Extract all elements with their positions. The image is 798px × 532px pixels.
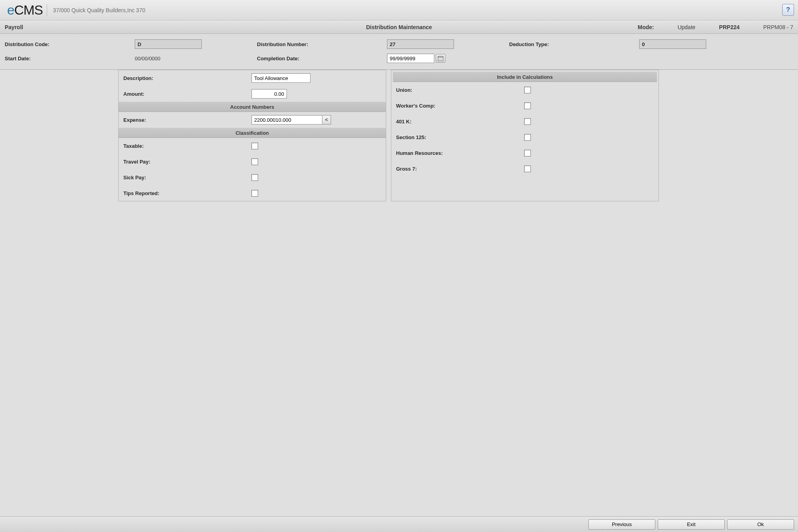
dist-number-field: 27 xyxy=(387,39,454,49)
section125-checkbox[interactable] xyxy=(524,134,531,141)
section125-row: Section 125: xyxy=(391,129,658,145)
travel-pay-label: Travel Pay: xyxy=(123,159,251,165)
section125-label: Section 125: xyxy=(396,134,524,140)
taxable-label: Taxable: xyxy=(123,143,251,149)
start-date-value: 00/00/0000 xyxy=(135,56,160,61)
tips-reported-checkbox[interactable] xyxy=(251,190,258,197)
mode-label: Mode: xyxy=(638,24,654,30)
header-row-1: Distribution Code: D Distribution Number… xyxy=(5,37,793,51)
header-row-2: Start Date: 00/00/0000 Completion Date: xyxy=(5,51,793,65)
topbar: eCMS 37/000 Quick Quality Builders,Inc 3… xyxy=(0,0,798,20)
tips-reported-row: Tips Reported: xyxy=(119,185,386,201)
form-code: PRP224 xyxy=(719,24,740,30)
exit-button[interactable]: Exit xyxy=(658,519,725,530)
start-date-label: Start Date: xyxy=(5,56,135,61)
account-numbers-header: Account Numbers xyxy=(119,102,386,112)
tips-reported-label: Tips Reported: xyxy=(123,190,251,196)
deduction-type-field: 0 xyxy=(639,39,706,49)
header-strip: Distribution Code: D Distribution Number… xyxy=(0,34,798,70)
description-row: Description: xyxy=(119,70,386,86)
union-checkbox[interactable] xyxy=(524,87,531,93)
sick-pay-checkbox[interactable] xyxy=(251,174,258,181)
taxable-row: Taxable: xyxy=(119,138,386,154)
hr-label: Human Resources: xyxy=(396,150,524,156)
help-icon: ? xyxy=(786,6,790,13)
dist-number-label: Distribution Number: xyxy=(257,41,387,47)
workers-comp-label: Worker's Comp: xyxy=(396,103,524,109)
module-name: Payroll xyxy=(5,24,23,30)
logo-suffix: CMS xyxy=(14,2,43,17)
hr-row: Human Resources: xyxy=(391,145,658,161)
calendar-button[interactable] xyxy=(436,54,445,63)
mode-value: Update xyxy=(677,24,695,30)
amount-field[interactable] xyxy=(251,89,287,99)
logo-divider xyxy=(47,4,47,16)
k401-row: 401 K: xyxy=(391,113,658,129)
union-row: Union: xyxy=(391,82,658,98)
k401-label: 401 K: xyxy=(396,119,524,125)
gross7-row: Gross 7: xyxy=(391,161,658,177)
sick-pay-row: Sick Pay: xyxy=(119,169,386,185)
ok-button[interactable]: Ok xyxy=(727,519,794,530)
logo-prefix: e xyxy=(7,2,14,17)
deduction-type-label: Deduction Type: xyxy=(509,41,639,47)
footer: Previous Exit Ok xyxy=(0,516,798,532)
app-logo: eCMS xyxy=(7,2,43,18)
dist-code-label: Distribution Code: xyxy=(5,41,135,47)
expense-row: Expense: < xyxy=(119,112,386,128)
right-panel: Include in Calculations Union: Worker's … xyxy=(391,70,659,201)
expense-label: Expense: xyxy=(123,117,251,123)
k401-checkbox[interactable] xyxy=(524,118,531,125)
svg-rect-1 xyxy=(438,56,443,58)
union-label: Union: xyxy=(396,87,524,93)
workers-comp-checkbox[interactable] xyxy=(524,102,531,109)
expense-lookup-button[interactable]: < xyxy=(322,115,331,125)
description-field[interactable] xyxy=(251,73,311,83)
help-button[interactable]: ? xyxy=(782,4,794,16)
travel-pay-row: Travel Pay: xyxy=(119,154,386,169)
amount-label: Amount: xyxy=(123,91,251,97)
workers-comp-row: Worker's Comp: xyxy=(391,98,658,113)
screen-id: PRPM08 - 7 xyxy=(763,24,793,30)
include-in-calc-header: Include in Calculations xyxy=(393,72,657,82)
sick-pay-label: Sick Pay: xyxy=(123,175,251,180)
travel-pay-checkbox[interactable] xyxy=(251,158,258,165)
left-panel: Description: Amount: Account Numbers Exp… xyxy=(118,70,386,201)
completion-date-field[interactable] xyxy=(387,54,434,63)
modulebar-meta: Mode: Update PRP224 PRPM08 - 7 xyxy=(638,24,793,30)
taxable-checkbox[interactable] xyxy=(251,143,258,149)
expense-field[interactable] xyxy=(251,115,322,125)
description-label: Description: xyxy=(123,75,251,81)
chevron-left-icon: < xyxy=(325,117,328,123)
main-area: Description: Amount: Account Numbers Exp… xyxy=(0,70,798,201)
hr-checkbox[interactable] xyxy=(524,150,531,156)
modulebar: Payroll Distribution Maintenance Mode: U… xyxy=(0,20,798,34)
gross7-label: Gross 7: xyxy=(396,166,524,172)
gross7-checkbox[interactable] xyxy=(524,166,531,172)
amount-row: Amount: xyxy=(119,86,386,102)
panels: Description: Amount: Account Numbers Exp… xyxy=(118,70,798,201)
classification-header: Classification xyxy=(119,128,386,138)
tenant-label: 37/000 Quick Quality Builders,Inc 370 xyxy=(53,7,145,13)
completion-date-label: Completion Date: xyxy=(257,56,387,61)
previous-button[interactable]: Previous xyxy=(588,519,655,530)
calendar-icon xyxy=(438,56,443,61)
dist-code-field: D xyxy=(135,39,202,49)
